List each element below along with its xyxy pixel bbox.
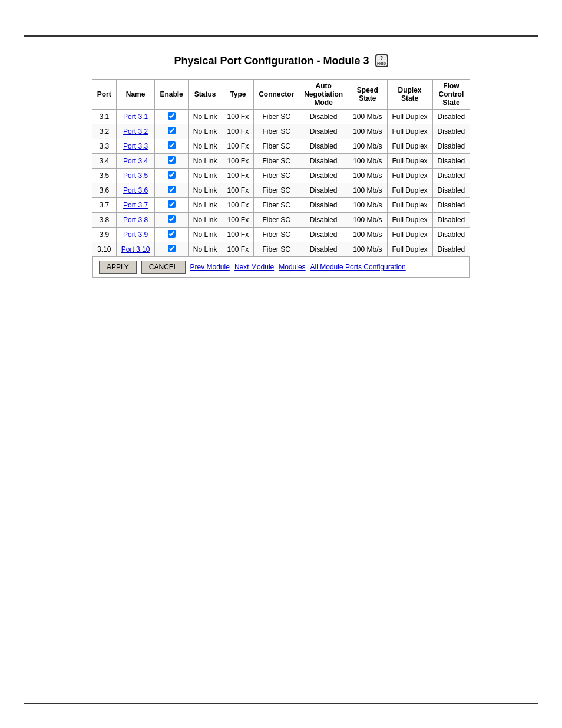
cell-port: 3.3 — [92, 139, 116, 154]
cell-status: No Link — [188, 110, 222, 124]
cell-duplex: Full Duplex — [387, 124, 432, 139]
cell-type: 100 Fx — [222, 169, 254, 183]
table-container: Port Name Enable Status Type Connector A… — [92, 79, 471, 278]
table-row: 3.2Port 3.2No Link100 FxFiber SCDisabled… — [92, 124, 470, 139]
enable-checkbox[interactable] — [168, 112, 176, 120]
cell-name[interactable]: Port 3.4 — [116, 154, 155, 169]
cell-flow-control: Disabled — [432, 169, 470, 183]
page-title-row: Physical Port Configuration - Module 3 ?… — [24, 54, 538, 67]
cell-status: No Link — [188, 124, 222, 139]
cell-name[interactable]: Port 3.6 — [116, 183, 155, 198]
cell-duplex: Full Duplex — [387, 169, 432, 183]
port-name-link[interactable]: Port 3.5 — [123, 172, 148, 180]
enable-checkbox[interactable] — [168, 186, 176, 193]
cell-name[interactable]: Port 3.3 — [116, 139, 155, 154]
port-name-link[interactable]: Port 3.2 — [123, 127, 148, 136]
cell-enable[interactable] — [155, 228, 188, 242]
cell-flow-control: Disabled — [432, 154, 470, 169]
port-name-link[interactable]: Port 3.1 — [123, 113, 148, 121]
col-header-flow-control: FlowControlState — [432, 80, 470, 110]
cell-flow-control: Disabled — [432, 242, 470, 257]
help-icon[interactable]: ?Help — [375, 54, 388, 67]
cell-enable[interactable] — [155, 110, 188, 124]
table-row: 3.3Port 3.3No Link100 FxFiber SCDisabled… — [92, 139, 470, 154]
cell-type: 100 Fx — [222, 228, 254, 242]
cell-status: No Link — [188, 228, 222, 242]
enable-checkbox[interactable] — [168, 215, 176, 223]
cell-port: 3.4 — [92, 154, 116, 169]
help-icon-label: ?Help — [377, 55, 386, 66]
cell-connector: Fiber SC — [254, 154, 299, 169]
cell-auto-neg: Disabled — [299, 124, 348, 139]
cell-duplex: Full Duplex — [387, 228, 432, 242]
apply-button[interactable]: APPLY — [99, 261, 137, 274]
cell-port: 3.6 — [92, 183, 116, 198]
enable-checkbox[interactable] — [168, 230, 176, 238]
next-module-link[interactable]: Next Module — [234, 263, 274, 271]
cell-connector: Fiber SC — [254, 183, 299, 198]
col-header-port: Port — [92, 80, 116, 110]
cell-enable[interactable] — [155, 154, 188, 169]
cell-auto-neg: Disabled — [299, 139, 348, 154]
port-name-link[interactable]: Port 3.8 — [123, 216, 148, 224]
cell-name[interactable]: Port 3.7 — [116, 198, 155, 213]
cell-enable[interactable] — [155, 183, 188, 198]
port-name-link[interactable]: Port 3.4 — [123, 157, 148, 165]
cell-name[interactable]: Port 3.5 — [116, 169, 155, 183]
port-name-link[interactable]: Port 3.7 — [123, 201, 148, 209]
cell-enable[interactable] — [155, 198, 188, 213]
cancel-button[interactable]: CANCEL — [141, 261, 186, 274]
cell-name[interactable]: Port 3.9 — [116, 228, 155, 242]
port-name-link[interactable]: Port 3.10 — [121, 245, 150, 253]
table-row: 3.5Port 3.5No Link100 FxFiber SCDisabled… — [92, 169, 470, 183]
col-header-connector: Connector — [254, 80, 299, 110]
cell-speed: 100 Mb/s — [348, 228, 387, 242]
cell-enable[interactable] — [155, 213, 188, 228]
cell-name[interactable]: Port 3.2 — [116, 124, 155, 139]
cell-status: No Link — [188, 139, 222, 154]
enable-checkbox[interactable] — [168, 127, 176, 134]
cell-type: 100 Fx — [222, 183, 254, 198]
cell-auto-neg: Disabled — [299, 154, 348, 169]
cell-enable[interactable] — [155, 169, 188, 183]
cell-name[interactable]: Port 3.10 — [116, 242, 155, 257]
cell-duplex: Full Duplex — [387, 198, 432, 213]
cell-port: 3.8 — [92, 213, 116, 228]
cell-connector: Fiber SC — [254, 110, 299, 124]
cell-connector: Fiber SC — [254, 213, 299, 228]
cell-enable[interactable] — [155, 242, 188, 257]
prev-module-link[interactable]: Prev Module — [190, 263, 230, 271]
table-row: 3.7Port 3.7No Link100 FxFiber SCDisabled… — [92, 198, 470, 213]
cell-speed: 100 Mb/s — [348, 139, 387, 154]
enable-checkbox[interactable] — [168, 171, 176, 179]
cell-speed: 100 Mb/s — [348, 213, 387, 228]
cell-speed: 100 Mb/s — [348, 198, 387, 213]
cell-port: 3.1 — [92, 110, 116, 124]
col-header-name: Name — [116, 80, 155, 110]
enable-checkbox[interactable] — [168, 141, 176, 149]
all-ports-link[interactable]: All Module Ports Configuration — [310, 263, 406, 271]
port-name-link[interactable]: Port 3.9 — [123, 230, 148, 239]
cell-status: No Link — [188, 213, 222, 228]
modules-link[interactable]: Modules — [279, 263, 305, 271]
cell-name[interactable]: Port 3.8 — [116, 213, 155, 228]
table-row: 3.6Port 3.6No Link100 FxFiber SCDisabled… — [92, 183, 470, 198]
cell-enable[interactable] — [155, 124, 188, 139]
table-row: 3.9Port 3.9No Link100 FxFiber SCDisabled… — [92, 228, 470, 242]
port-name-link[interactable]: Port 3.3 — [123, 142, 148, 150]
cell-duplex: Full Duplex — [387, 154, 432, 169]
port-name-link[interactable]: Port 3.6 — [123, 186, 148, 195]
col-header-status: Status — [188, 80, 222, 110]
cell-connector: Fiber SC — [254, 124, 299, 139]
cell-speed: 100 Mb/s — [348, 110, 387, 124]
cell-duplex: Full Duplex — [387, 213, 432, 228]
cell-flow-control: Disabled — [432, 183, 470, 198]
cell-auto-neg: Disabled — [299, 228, 348, 242]
enable-checkbox[interactable] — [168, 200, 176, 208]
cell-enable[interactable] — [155, 139, 188, 154]
enable-checkbox[interactable] — [168, 156, 176, 164]
cell-name[interactable]: Port 3.1 — [116, 110, 155, 124]
enable-checkbox[interactable] — [168, 245, 176, 252]
cell-type: 100 Fx — [222, 213, 254, 228]
cell-speed: 100 Mb/s — [348, 183, 387, 198]
